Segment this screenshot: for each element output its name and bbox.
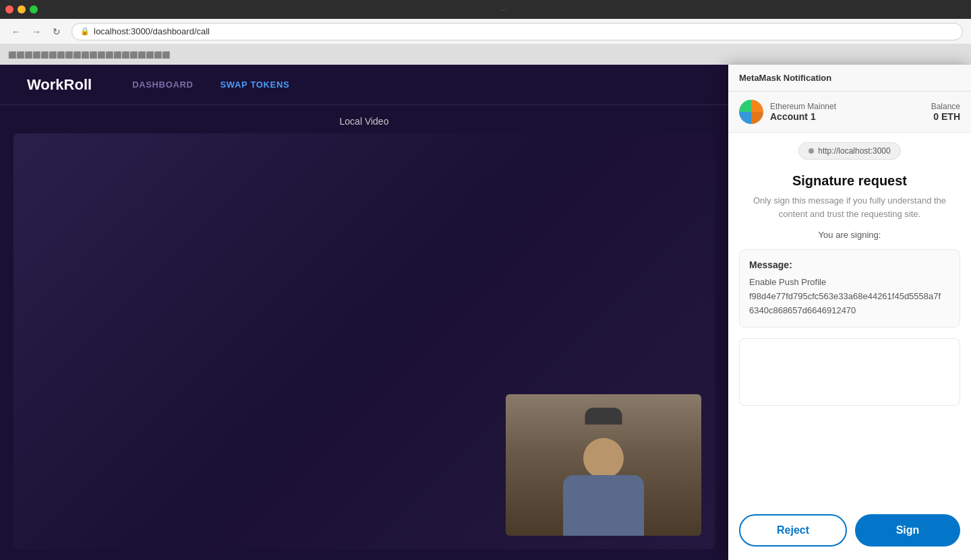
- mm-network-label: Ethereum Mainnet: [770, 102, 924, 111]
- mac-minimize-btn[interactable]: [18, 5, 26, 13]
- mm-message-section: Message: Enable Push Profilef98d4e77fd79…: [739, 249, 960, 328]
- mm-window-title: MetaMask Notification: [739, 73, 831, 83]
- mm-action-buttons: Reject Sign: [728, 506, 971, 560]
- mm-site-badge: http://localhost:3000: [728, 133, 971, 166]
- video-area: Local Video: [0, 105, 728, 560]
- forward-button[interactable]: →: [28, 24, 45, 40]
- site-badge-dot: [808, 148, 814, 154]
- refresh-button[interactable]: ↻: [49, 24, 65, 40]
- workroll-app: WorkRoll DASHBOARD SWAP TOKENS Local Vid…: [0, 65, 728, 560]
- mm-balance-col: Balance 0 ETH: [931, 102, 960, 122]
- lock-icon: 🔒: [80, 27, 90, 36]
- webcam-thumbnail: [506, 394, 701, 536]
- tabs-row: ⬛⬛⬛⬛⬛⬛⬛⬛⬛⬛⬛⬛⬛⬛⬛⬛⬛⬛⬛⬛: [0, 44, 971, 65]
- logo: WorkRoll: [27, 76, 92, 94]
- mm-balance-label: Balance: [931, 102, 960, 111]
- mm-account-info: Ethereum Mainnet Account 1: [770, 102, 924, 122]
- site-badge-pill: http://localhost:3000: [798, 142, 900, 160]
- mm-message-label: Message:: [749, 259, 950, 270]
- mm-scroll-area[interactable]: [739, 338, 960, 406]
- mm-account-icon: [739, 100, 763, 124]
- navbar: WorkRoll DASHBOARD SWAP TOKENS: [0, 65, 728, 105]
- mm-account-name: Account 1: [770, 111, 924, 122]
- mm-sig-title: Signature request: [728, 166, 971, 194]
- mac-toolbar: ···: [0, 0, 971, 19]
- local-video-label: Local Video: [340, 116, 389, 127]
- address-text: localhost:3000/dashboard/call: [94, 26, 210, 36]
- browser-chrome: ← → ↻ 🔒 localhost:3000/dashboard/call: [0, 19, 971, 44]
- nav-swap-tokens[interactable]: SWAP TOKENS: [220, 80, 290, 90]
- video-container: [13, 133, 715, 549]
- nav-dashboard[interactable]: DASHBOARD: [132, 80, 193, 90]
- site-url: http://localhost:3000: [818, 146, 890, 156]
- mm-message-text: Enable Push Profilef98d4e77fd795cfc563e3…: [749, 276, 950, 317]
- mac-close-btn[interactable]: [5, 5, 13, 13]
- mm-sig-subtitle: Only sign this message if you fully unde…: [728, 194, 971, 230]
- mm-balance-value: 0 ETH: [931, 111, 960, 122]
- nav-links: DASHBOARD SWAP TOKENS: [132, 80, 289, 90]
- mac-maximize-btn[interactable]: [30, 5, 38, 13]
- mm-account-row: Ethereum Mainnet Account 1 Balance 0 ETH: [728, 92, 971, 133]
- address-bar[interactable]: 🔒 localhost:3000/dashboard/call: [71, 23, 963, 40]
- mm-title-bar: MetaMask Notification: [728, 65, 971, 92]
- app-container: WorkRoll DASHBOARD SWAP TOKENS Local Vid…: [0, 65, 971, 560]
- metamask-panel: MetaMask Notification Ethereum Mainnet A…: [728, 65, 971, 560]
- mm-signing-label: You are signing:: [728, 230, 971, 240]
- reject-button[interactable]: Reject: [739, 514, 847, 547]
- back-button[interactable]: ←: [8, 24, 24, 40]
- sign-button[interactable]: Sign: [855, 514, 960, 547]
